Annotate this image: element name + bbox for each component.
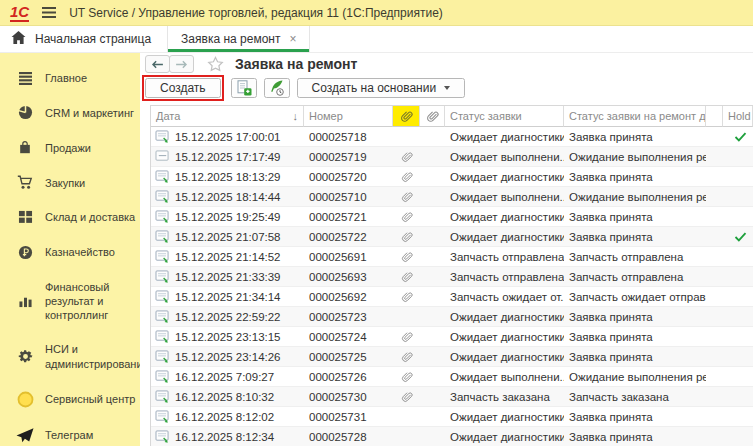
table-row[interactable]: 15.12.2025 21:33:39000025693Запчасть отп… <box>151 267 753 287</box>
table-row[interactable]: 16.12.2025 8:12:34000025728Ожидает диагн… <box>151 427 753 446</box>
sidebar-item-treasury[interactable]: Казначейство <box>0 235 140 270</box>
cell-hold <box>723 327 753 346</box>
cell-hold <box>723 367 753 386</box>
cell-hold <box>723 247 753 266</box>
cell-attachment <box>393 427 420 446</box>
column-header-status[interactable]: Статус заявки <box>445 106 564 127</box>
create-based-on-button[interactable]: Создать на основании <box>297 78 466 98</box>
favorite-star-icon[interactable] <box>207 56 224 72</box>
table-row[interactable]: 16.12.2025 7:09:27000025726Ожидает выпол… <box>151 367 753 387</box>
cell-status-client: Заявка принята <box>564 127 706 146</box>
paperclip-icon <box>401 351 413 363</box>
home-tab[interactable]: Начальная страница <box>0 26 167 52</box>
sidebar-item-label: НСИ и администрирование <box>45 342 140 371</box>
cell-status: Ожидает диагностики <box>445 327 564 346</box>
cell-date: 15.12.2025 18:13:29 <box>151 167 304 186</box>
cell-status: Ожидает выполнени... <box>445 367 564 386</box>
cell-status-client: Запчасть заказана <box>564 387 706 406</box>
cell-hold <box>723 267 753 286</box>
table-row[interactable]: 15.12.2025 23:13:15000025724Ожидает диаг… <box>151 327 753 347</box>
cell-status-client: Запчасть ожидает отправку <box>564 287 706 306</box>
cell-attachment <box>393 207 420 226</box>
cell-attachment <box>393 127 420 146</box>
column-header-attachment[interactable] <box>420 106 445 127</box>
cell-attachment-2 <box>420 187 445 206</box>
cell-number: 000025722 <box>304 227 393 246</box>
cell-spacer <box>706 207 723 226</box>
navigation-row: Заявка на ремонт <box>145 55 753 73</box>
table-row[interactable]: 16.12.2025 8:10:32000025730Запчасть зака… <box>151 387 753 407</box>
cell-hold <box>723 347 753 366</box>
column-header-spacer <box>706 106 723 127</box>
tab-repair-request[interactable]: Заявка на ремонт × <box>167 26 310 52</box>
cell-spacer <box>706 367 723 386</box>
command-bar: Создать <box>142 75 753 101</box>
sidebar-item-nsi-admin[interactable]: НСИ и администрирование <box>0 332 140 381</box>
cell-status-client: Заявка принята <box>564 347 706 366</box>
document-posted-icon <box>155 170 170 183</box>
copy-document-button[interactable] <box>231 78 257 98</box>
back-button[interactable] <box>145 55 170 73</box>
document-posted-icon <box>155 130 170 143</box>
cell-status: Ожидает выполнени... <box>445 187 564 206</box>
cell-spacer <box>706 187 723 206</box>
paperclip-icon <box>401 291 413 303</box>
column-header-status-client[interactable]: Статус заявки на ремонт для кл... <box>564 106 706 127</box>
grid-icon <box>16 210 34 224</box>
cell-number: 000025724 <box>304 327 393 346</box>
table-row[interactable]: 15.12.2025 21:14:52000025691Запчасть отп… <box>151 247 753 267</box>
cell-number: 000025726 <box>304 367 393 386</box>
cell-status-client: Заявка принята <box>564 167 706 186</box>
cell-number: 000025693 <box>304 267 393 286</box>
cell-attachment-2 <box>420 227 445 246</box>
column-header-number[interactable]: Номер <box>304 106 393 127</box>
cell-status: Ожидает диагностики <box>445 227 564 246</box>
cell-hold <box>723 287 753 306</box>
create-button[interactable]: Создать <box>145 78 221 98</box>
cell-attachment-2 <box>420 327 445 346</box>
cell-date: 15.12.2025 21:14:52 <box>151 247 304 266</box>
sidebar-item-purchases[interactable]: Закупки <box>0 165 140 200</box>
cell-date: 16.12.2025 8:12:34 <box>151 427 304 446</box>
cell-number: 000025730 <box>304 387 393 406</box>
cell-attachment-2 <box>420 207 445 226</box>
forward-button[interactable] <box>169 55 194 73</box>
table-row[interactable]: 15.12.2025 21:07:58000025722Ожидает диаг… <box>151 227 753 247</box>
date-value: 15.12.2025 17:00:01 <box>175 131 281 143</box>
cell-spacer <box>706 287 723 306</box>
sidebar-item-sales[interactable]: Продажи <box>0 130 140 165</box>
table-row[interactable]: 15.12.2025 17:00:01000025718Ожидает диаг… <box>151 127 753 147</box>
sidebar-item-main[interactable]: Главное <box>0 61 140 95</box>
cell-attachment-2 <box>420 367 445 386</box>
date-value: 15.12.2025 21:33:39 <box>175 271 281 283</box>
cell-status-client: Ожидание выполнения ремонта <box>564 187 706 206</box>
table-row[interactable]: 15.12.2025 18:13:29000025720Ожидает диаг… <box>151 167 753 187</box>
sidebar-menu: ГлавноеCRM и маркетингПродажиЗакупкиСкла… <box>0 53 140 446</box>
document-posted-icon <box>155 390 170 403</box>
table-row[interactable]: 15.12.2025 19:25:49000025721Ожидает диаг… <box>151 207 753 227</box>
bar-chart-icon <box>16 294 34 308</box>
tab-close-icon[interactable]: × <box>289 33 296 45</box>
column-header-hold[interactable]: Hold <box>723 106 753 127</box>
table-row[interactable]: 15.12.2025 23:14:26000025725Ожидает диаг… <box>151 347 753 367</box>
table-row[interactable]: 16.12.2025 8:12:02000025731Ожидает диагн… <box>151 407 753 427</box>
table-row[interactable]: 15.12.2025 17:17:49000025719Ожидает выпо… <box>151 147 753 167</box>
sidebar-item-finance[interactable]: Финансовый результат и контроллинг <box>0 270 140 333</box>
sidebar-item-telegram[interactable]: Телеграм <box>0 418 140 446</box>
cell-status-client: Ожидание выполнения ремонта <box>564 367 706 386</box>
column-header-date[interactable]: Дата ↓ <box>151 106 304 127</box>
table-row[interactable]: 15.12.2025 18:14:44000025710Ожидает выпо… <box>151 187 753 207</box>
home-icon <box>11 30 26 48</box>
table-row[interactable]: 15.12.2025 21:34:14000025692Запчасть ожи… <box>151 287 753 307</box>
main-menu-icon[interactable] <box>42 7 56 18</box>
sidebar-item-service-center[interactable]: Сервисный центр <box>0 381 140 418</box>
sidebar-item-warehouse[interactable]: Склад и доставка <box>0 200 140 234</box>
cell-attachment-2 <box>420 347 445 366</box>
sidebar-item-crm[interactable]: CRM и маркетинг <box>0 95 140 130</box>
cell-attachment <box>393 347 420 366</box>
cell-attachment-2 <box>420 407 445 426</box>
feather-clock-button[interactable] <box>264 78 290 98</box>
table-row[interactable]: 15.12.2025 22:59:22000025723Ожидает диаг… <box>151 307 753 327</box>
gear-icon <box>16 349 34 364</box>
column-header-attachment-highlighted[interactable] <box>393 106 420 127</box>
